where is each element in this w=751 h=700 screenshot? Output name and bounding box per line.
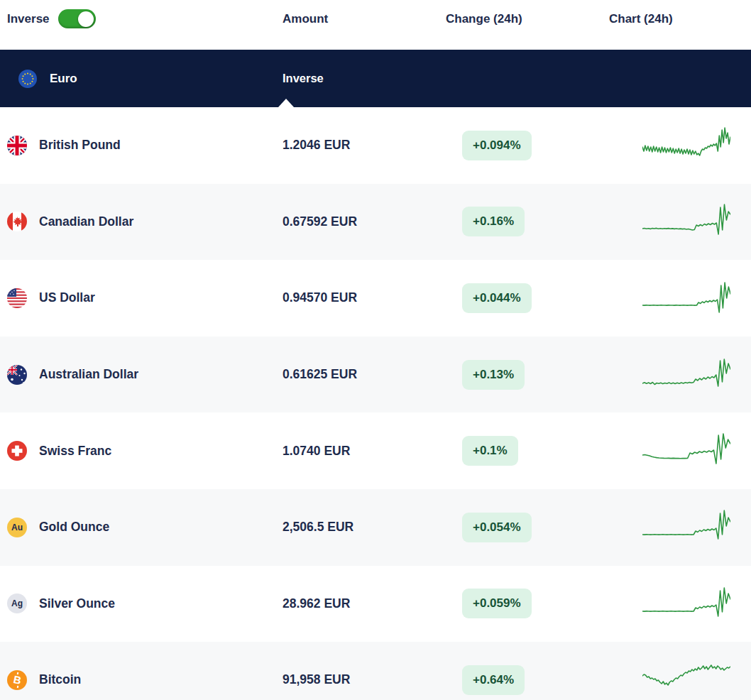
amount-value: 28.962 EUR — [283, 596, 350, 611]
amount-value: 91,958 EUR — [283, 672, 350, 687]
base-currency-bar: Euro Inverse — [0, 50, 751, 107]
base-currency-name: Euro — [50, 72, 77, 86]
currency-row[interactable]: British Pound 1.2046 EUR +0.094% — [0, 107, 751, 184]
eu-flag-icon — [18, 70, 37, 88]
currency-row[interactable]: Canadian Dollar 0.67592 EUR +0.16% — [0, 184, 751, 261]
currency-icon-slot: B — [7, 670, 27, 690]
currency-icon-slot: Au — [7, 518, 27, 537]
sparkline-chart — [642, 355, 730, 395]
us-flag-icon — [7, 288, 27, 308]
currency-row[interactable]: Swiss Franc 1.0740 EUR +0.1% — [0, 412, 751, 489]
sparkline-chart — [642, 660, 730, 700]
sparkline-chart — [642, 126, 730, 165]
currency-name: British Pound — [39, 138, 121, 153]
au-flag-icon — [7, 365, 27, 385]
currency-row[interactable]: Au Gold Ounce 2,506.5 EUR +0.054% — [0, 489, 751, 566]
currency-icon-slot — [7, 212, 27, 231]
currency-name: Australian Dollar — [39, 367, 138, 382]
btc-coin-icon: B — [7, 670, 27, 690]
sparkline-chart — [642, 431, 730, 471]
currency-icon-slot — [7, 365, 27, 385]
amount-value: 2,506.5 EUR — [283, 520, 353, 534]
amount-value: 0.61625 EUR — [283, 367, 357, 381]
change-badge: +0.059% — [462, 589, 532, 618]
inverse-toggle-label: Inverse — [7, 12, 50, 26]
currency-icon-slot — [7, 441, 27, 461]
amount-value: 1.2046 EUR — [283, 138, 350, 152]
currency-icon-slot — [7, 136, 27, 155]
currency-rates-table: Inverse Amount Change (24h) Chart (24h) … — [0, 0, 751, 700]
change-badge: +0.64% — [462, 665, 525, 695]
currency-name: Gold Ounce — [39, 520, 109, 535]
currency-name: Swiss Franc — [39, 444, 111, 459]
pointer-notch — [278, 99, 294, 107]
inverse-control: Inverse — [0, 0, 283, 31]
inverse-toggle[interactable] — [58, 9, 96, 28]
change-badge: +0.1% — [462, 436, 518, 466]
gb-flag-icon — [7, 136, 27, 155]
amount-value: 0.94570 EUR — [283, 290, 357, 305]
column-header-change: Change (24h) — [446, 12, 522, 26]
silver-coin-icon: Ag — [7, 594, 27, 613]
currency-icon-slot — [7, 288, 27, 308]
gold-coin-icon: Au — [7, 518, 27, 537]
change-badge: +0.054% — [462, 513, 532, 542]
change-badge: +0.094% — [462, 131, 532, 160]
ca-flag-icon — [7, 212, 27, 231]
base-inverse-label: Inverse — [283, 72, 446, 85]
amount-value: 1.0740 EUR — [283, 444, 350, 458]
toggle-knob — [78, 11, 94, 27]
column-header-amount: Amount — [283, 12, 328, 26]
currency-name: Bitcoin — [39, 672, 81, 687]
currency-name: Silver Ounce — [39, 596, 115, 611]
currency-row[interactable]: US Dollar 0.94570 EUR +0.044% — [0, 260, 751, 337]
ch-flag-icon — [7, 441, 27, 461]
amount-value: 0.67592 EUR — [283, 214, 357, 229]
currency-name: US Dollar — [39, 290, 95, 305]
sparkline-chart — [642, 508, 730, 547]
table-header-row: Inverse Amount Change (24h) Chart (24h) — [0, 0, 751, 50]
change-badge: +0.044% — [462, 283, 532, 313]
change-badge: +0.16% — [462, 207, 525, 236]
currency-row[interactable]: Ag Silver Ounce 28.962 EUR +0.059% — [0, 566, 751, 642]
change-badge: +0.13% — [462, 360, 525, 390]
column-header-chart: Chart (24h) — [609, 12, 673, 26]
currency-row[interactable]: Australian Dollar 0.61625 EUR +0.13% — [0, 337, 751, 413]
rows-container: British Pound 1.2046 EUR +0.094% Canadia… — [0, 107, 751, 700]
sparkline-chart — [642, 584, 730, 623]
sparkline-chart — [642, 202, 730, 241]
currency-row[interactable]: B Bitcoin 91,958 EUR +0.64% — [0, 642, 751, 700]
sparkline-chart — [642, 278, 730, 318]
currency-icon-slot: Ag — [7, 594, 27, 613]
currency-name: Canadian Dollar — [39, 214, 133, 229]
